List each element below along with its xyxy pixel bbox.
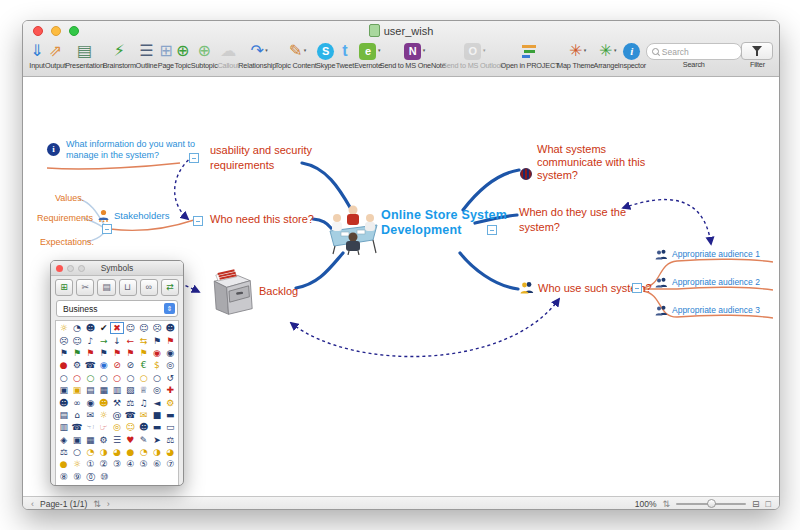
symbol-cell[interactable]: ← bbox=[124, 334, 137, 346]
symbol-cell[interactable]: ⌂ bbox=[70, 409, 83, 421]
symbol-cell[interactable]: ☹ bbox=[57, 334, 70, 346]
symbol-cell[interactable]: ↓ bbox=[110, 334, 123, 346]
symbol-cell[interactable]: ◑ bbox=[97, 446, 110, 458]
collapse-box-central[interactable] bbox=[487, 225, 497, 235]
symbol-cell[interactable]: ♕ bbox=[137, 384, 150, 396]
symbol-cell[interactable]: ◉ bbox=[164, 347, 177, 359]
symbol-cell[interactable]: ⑨ bbox=[71, 471, 85, 483]
symbol-cell[interactable]: ⑦ bbox=[164, 458, 177, 470]
symbol-cell[interactable]: ◔ bbox=[137, 446, 150, 458]
topic-usability[interactable]: usability and security requirements bbox=[210, 143, 312, 172]
topic-what-systems[interactable]: What systems communicate with this syste… bbox=[537, 143, 645, 182]
symbol-cell[interactable]: ◕ bbox=[164, 446, 177, 458]
toolbar-button-presentation[interactable]: ▤Presentation bbox=[66, 41, 103, 70]
symbol-cell[interactable]: ⓪ bbox=[84, 471, 98, 483]
symbol-cell[interactable]: ☜ bbox=[84, 421, 97, 433]
palette-library-button[interactable]: ▤ bbox=[97, 279, 115, 296]
symbol-cell[interactable]: ☼ bbox=[70, 458, 83, 470]
symbol-cell[interactable]: ⚑ bbox=[97, 347, 110, 359]
symbol-cell[interactable]: ⚖ bbox=[164, 434, 177, 446]
symbol-cell[interactable]: ② bbox=[97, 458, 110, 470]
toolbar-button-input[interactable]: ⇓Input bbox=[29, 41, 45, 70]
symbol-cell[interactable]: ☹ bbox=[150, 322, 163, 334]
symbol-cell[interactable]: ⚒ bbox=[110, 396, 123, 408]
symbol-cell[interactable]: ● bbox=[57, 458, 70, 470]
palette-minimize-button[interactable] bbox=[67, 265, 74, 272]
symbol-cell[interactable]: ➤ bbox=[150, 434, 163, 446]
page-stepper[interactable]: ⇅ bbox=[93, 499, 101, 509]
symbol-cell[interactable]: ○ bbox=[57, 372, 70, 384]
symbol-cell[interactable]: ⚑ bbox=[110, 347, 123, 359]
symbol-cell[interactable]: ↺ bbox=[164, 372, 177, 384]
topic-audience-2[interactable]: Appropriate audience 2 bbox=[672, 277, 760, 287]
toolbar-button-evernote[interactable]: e▾Evernote bbox=[354, 41, 381, 70]
prev-page-button[interactable]: ‹ bbox=[31, 499, 34, 509]
symbol-cell[interactable]: ☻ bbox=[137, 421, 150, 433]
toolbar-button-map-theme[interactable]: ✳▾Map Theme bbox=[558, 41, 594, 70]
collapse-box-who-need[interactable] bbox=[193, 216, 203, 226]
symbol-cell[interactable]: ④ bbox=[124, 458, 137, 470]
symbol-cell[interactable]: ◎ bbox=[150, 384, 163, 396]
symbol-cell[interactable]: ○ bbox=[150, 372, 163, 384]
symbol-cell[interactable]: ⚑ bbox=[164, 334, 177, 346]
symbol-cell[interactable]: ♪ bbox=[84, 334, 97, 346]
symbol-cell[interactable]: ○ bbox=[137, 372, 150, 384]
symbol-cell[interactable]: ◉ bbox=[150, 347, 163, 359]
symbol-cell[interactable]: ⑧ bbox=[57, 471, 71, 483]
toolbar-button-inspector[interactable]: iInspector bbox=[618, 41, 646, 70]
symbol-cell[interactable]: ✖ bbox=[110, 322, 123, 334]
toolbar-button-tweet[interactable]: tTweet bbox=[335, 41, 354, 70]
symbol-cell[interactable]: ⑩ bbox=[98, 471, 112, 483]
search-input[interactable]: Search bbox=[646, 43, 742, 60]
symbol-cell[interactable]: ▧ bbox=[124, 384, 137, 396]
category-select[interactable]: Business ⇕ bbox=[56, 300, 178, 317]
topic-audience-3[interactable]: Appropriate audience 3 bbox=[672, 305, 760, 315]
toolbar-button-brainstorm[interactable]: ⚡Brainstorm bbox=[103, 41, 135, 70]
collapse-box-usability[interactable] bbox=[189, 153, 199, 163]
palette-edit-button[interactable]: ✂ bbox=[76, 279, 94, 296]
symbol-cell[interactable]: ☻ bbox=[164, 322, 177, 334]
symbol-cell[interactable]: ♥ bbox=[124, 434, 137, 446]
title-bar[interactable]: user_wish bbox=[23, 21, 779, 40]
mindmap-canvas[interactable]: Online Store System Development i What i… bbox=[23, 77, 777, 496]
symbol-cell[interactable]: ☎ bbox=[70, 421, 83, 433]
symbol-cell[interactable]: ⚑ bbox=[70, 347, 83, 359]
palette-insert-button[interactable]: ⊞ bbox=[55, 279, 73, 296]
symbol-cell[interactable]: ✉ bbox=[137, 409, 150, 421]
symbol-cell[interactable]: ⚙ bbox=[164, 396, 177, 408]
symbol-cell[interactable]: ▣ bbox=[70, 434, 83, 446]
topic-stakeholders[interactable]: Stakeholders bbox=[114, 210, 169, 221]
symbol-cell[interactable]: ◎ bbox=[110, 421, 123, 433]
symbol-cell[interactable]: ▥ bbox=[57, 421, 70, 433]
toolbar-button-relationship[interactable]: ↷▾Relationship bbox=[239, 41, 276, 70]
palette-swap-button[interactable]: ⇄ bbox=[161, 279, 179, 296]
symbol-cell[interactable]: ▦ bbox=[97, 384, 110, 396]
symbol-cell[interactable]: ☎ bbox=[84, 359, 97, 371]
symbol-cell[interactable]: ◑ bbox=[150, 446, 163, 458]
symbol-cell[interactable]: ▬ bbox=[150, 421, 163, 433]
topic-when-use[interactable]: When do they use the system? bbox=[519, 205, 626, 234]
symbol-cell[interactable]: ○ bbox=[110, 372, 123, 384]
symbol-cell[interactable]: @ bbox=[110, 409, 123, 421]
symbol-cell[interactable]: ○ bbox=[70, 372, 83, 384]
symbol-cell[interactable]: ● bbox=[124, 446, 137, 458]
symbol-cell[interactable]: ⚑ bbox=[137, 347, 150, 359]
collapse-box-stakeholders[interactable] bbox=[102, 224, 112, 234]
toolbar-button-topic[interactable]: ⊕Topic bbox=[174, 41, 191, 70]
symbol-cell[interactable]: ☻ bbox=[84, 322, 97, 334]
toolbar-button-open-in-project[interactable]: Open in PROJECT bbox=[502, 41, 558, 70]
symbol-cell[interactable]: ☺ bbox=[137, 322, 150, 334]
symbol-cell[interactable]: ⚙ bbox=[97, 434, 110, 446]
palette-close-button[interactable] bbox=[56, 265, 63, 272]
palette-archive-button[interactable]: ⊔ bbox=[119, 279, 137, 296]
symbols-palette[interactable]: Symbols ⊞ ✂ ▤ ⊔ ∞ ⇄ Business ⇕ ☼◔☻✔✖☺☺☹☻… bbox=[50, 260, 184, 486]
topic-audience-1[interactable]: Appropriate audience 1 bbox=[672, 249, 760, 259]
symbol-cell[interactable]: ☰ bbox=[110, 434, 123, 446]
symbol-cell[interactable]: ◔ bbox=[84, 446, 97, 458]
symbol-cell[interactable]: ◕ bbox=[110, 446, 123, 458]
symbol-cell[interactable]: ⚑ bbox=[57, 347, 70, 359]
symbol-cell[interactable]: ⚖ bbox=[57, 446, 70, 458]
symbol-cell[interactable]: ☼ bbox=[57, 322, 70, 334]
symbol-cell[interactable]: ■ bbox=[150, 409, 163, 421]
symbol-cell[interactable]: ◉ bbox=[97, 359, 110, 371]
